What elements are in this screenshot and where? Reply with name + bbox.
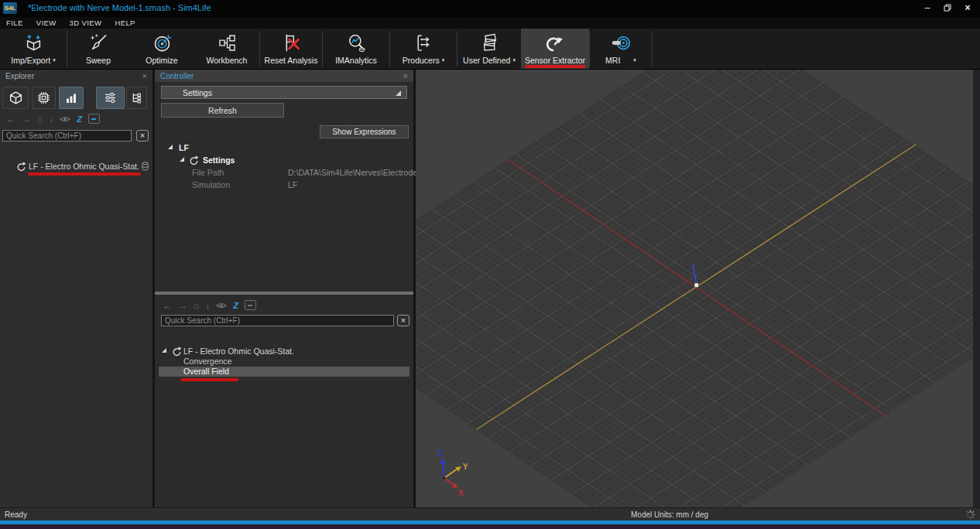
ribbon-separator [652, 31, 653, 67]
prop-row-simulation[interactable]: Simulation LF [155, 180, 413, 191]
results-root-row[interactable]: LF - Electro Ohmic Quasi-Stat. [155, 346, 413, 357]
viewport-overlay: Z Y X [416, 70, 980, 507]
explorer-search-input[interactable] [2, 130, 132, 142]
settings-view-toggle[interactable] [96, 87, 125, 109]
ribbon-button-workbench[interactable]: Workbench [194, 29, 259, 69]
simulation-refresh-icon [16, 162, 26, 172]
expander-icon[interactable] [180, 157, 184, 162]
tree-hierarchy-icon [129, 90, 144, 105]
results-item-overall-field[interactable]: Overall Field [159, 367, 409, 377]
prop-tree-root-row[interactable]: LF [155, 143, 413, 154]
ribbon-button-reset-analysis[interactable]: Reset Analysis [260, 29, 322, 69]
back-icon[interactable]: ← [163, 301, 172, 310]
prop-tree-settings-row[interactable]: Settings [155, 155, 413, 166]
results-item-convergence[interactable]: Convergence [155, 357, 413, 367]
explorer-panel: Explorer × [0, 70, 155, 507]
simulation-chip-icon [36, 90, 51, 105]
sort-z-icon[interactable]: Z [77, 114, 82, 124]
ribbon-button-imp-export[interactable]: Imp/Export▾ [0, 29, 67, 69]
workbench-nodes-icon [217, 32, 238, 53]
ribbon-label: MRI [605, 56, 620, 65]
restore-button[interactable] [940, 2, 955, 15]
prop-name: Simulation [192, 180, 230, 189]
expander-icon[interactable] [168, 145, 173, 149]
eye-icon[interactable] [216, 302, 227, 309]
tree-view-toggle[interactable] [126, 87, 147, 109]
sweep-broom-icon [88, 32, 109, 53]
menu-file[interactable]: FILE [6, 19, 23, 27]
menu-view[interactable]: VIEW [36, 19, 57, 27]
home-icon[interactable]: ⌂ [194, 301, 199, 310]
menu-3d-view[interactable]: 3D VIEW [70, 19, 102, 27]
results-item-label: Overall Field [183, 367, 229, 376]
ribbon-button-user-defined[interactable]: User Defined▾ [457, 29, 521, 69]
window-title: *Electrode with Nerve Model-1.smash - Si… [28, 3, 211, 12]
ribbon-label: Reset Analysis [265, 56, 318, 65]
filter-box-icon[interactable] [245, 300, 256, 310]
simulation-view-toggle[interactable] [32, 87, 56, 109]
ribbon-button-optimize[interactable]: Optimize [129, 29, 194, 69]
chevron-down-icon: ▾ [53, 57, 56, 63]
results-search-input[interactable] [161, 315, 394, 326]
ribbon-button-producers[interactable]: Producers▾ [390, 29, 457, 69]
prop-value: D:\DATA\Sim4Life\Nerves\Electrode ... [288, 168, 427, 177]
forward-icon[interactable]: → [178, 301, 187, 310]
home-icon[interactable]: ⌂ [37, 114, 43, 124]
restore-icon [944, 4, 951, 12]
clear-search-button[interactable]: × [136, 130, 149, 142]
back-icon[interactable]: ← [6, 114, 15, 124]
eye-icon[interactable] [60, 115, 70, 123]
prop-name: File Path [192, 168, 224, 177]
clear-search-button[interactable]: × [397, 315, 409, 326]
app-logo: S4L [3, 2, 17, 14]
simulation-refresh-icon [189, 155, 199, 166]
ribbon-button-imanalytics[interactable]: IMAnalytics [323, 29, 389, 69]
y-axis-label: Y [463, 462, 468, 471]
ribbon-label: IMAnalytics [335, 56, 377, 65]
model-view-toggle[interactable] [2, 87, 29, 109]
filter-box-icon[interactable] [88, 114, 100, 124]
ribbon-button-sensor-extractor[interactable]: Sensor Extractor [521, 29, 589, 69]
prop-root-label: LF [179, 143, 189, 152]
ribbon-label: Sensor Extractor [525, 56, 585, 65]
ribbon-button-sweep[interactable]: Sweep [67, 29, 129, 69]
x-axis-label: X [458, 489, 464, 497]
z-axis-label: Z [437, 449, 442, 458]
forward-icon[interactable]: → [22, 114, 31, 124]
expander-icon[interactable] [162, 348, 166, 353]
close-icon[interactable]: × [403, 71, 408, 80]
axis-triad: Z Y X [437, 449, 468, 497]
import-export-box-icon [23, 32, 44, 53]
analysis-view-toggle[interactable] [59, 87, 84, 109]
ribbon-button-mri[interactable]: MRI▾ [590, 29, 652, 69]
prop-row-file-path[interactable]: File Path D:\DATA\Sim4Life\Nerves\Electr… [155, 168, 413, 179]
bottom-strip [0, 524, 980, 529]
user-defined-cards-icon [479, 32, 500, 53]
refresh-button[interactable]: Refresh [161, 103, 284, 118]
results-nav-toolbar: ← → ⌂ ↓ Z [163, 300, 256, 310]
status-ready-text: Ready [5, 510, 27, 519]
prop-group-label: Settings [203, 155, 235, 165]
minimize-button[interactable]: – [920, 2, 935, 15]
origin-marker [694, 283, 699, 288]
ribbon-label: Sweep [86, 56, 111, 65]
menu-help[interactable]: HELP [115, 19, 135, 27]
status-bar: Ready Model Units: mm / deg [0, 507, 980, 520]
chevron-down-icon: ▾ [633, 57, 636, 63]
close-button[interactable]: × [960, 2, 975, 15]
electrode-line [693, 264, 697, 285]
close-icon[interactable]: × [142, 71, 147, 80]
collapse-triangle-icon [396, 90, 401, 96]
chevron-down-icon: ▾ [512, 57, 516, 63]
show-expressions-button[interactable]: Show Expressions [320, 125, 409, 138]
imanalytics-magnifier-chart-icon [346, 32, 367, 53]
down-arrow-icon[interactable]: ↓ [49, 114, 53, 124]
sort-z-icon[interactable]: Z [233, 301, 238, 310]
explorer-tree-item-lf[interactable]: LF - Electro Ohmic Quasi-Stat. [0, 161, 152, 172]
down-arrow-icon[interactable]: ↓ [205, 301, 210, 310]
close-icon: × [965, 2, 970, 13]
explorer-nav-toolbar: ← → ⌂ ↓ Z [6, 114, 100, 124]
settings-section-header[interactable]: Settings [161, 86, 407, 99]
panel-splitter[interactable] [155, 292, 413, 295]
3d-viewport[interactable]: Z Y X [416, 70, 980, 507]
